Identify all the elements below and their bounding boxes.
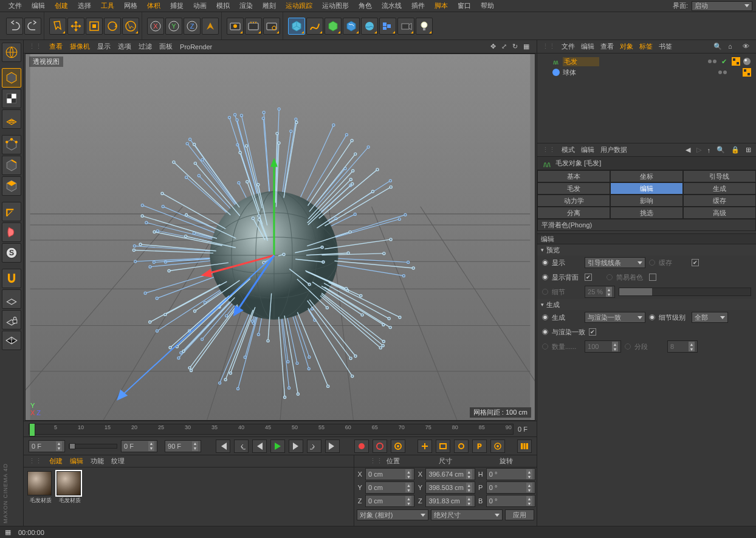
- menu-animate[interactable]: 动画: [188, 1, 211, 10]
- tag-icon[interactable]: [743, 68, 751, 77]
- menu-help[interactable]: 帮助: [476, 1, 499, 10]
- prev-frame-button[interactable]: [252, 440, 267, 453]
- search-icon[interactable]: 🔍: [713, 43, 722, 51]
- detail-slider[interactable]: [619, 288, 751, 296]
- play-button[interactable]: [270, 440, 285, 453]
- locked-workplane-button[interactable]: [2, 310, 21, 329]
- size-X-field[interactable]: 396.674 cm▲▼: [425, 468, 475, 480]
- pos-Y-field[interactable]: 0 cm▲▼: [365, 481, 414, 494]
- range-slider[interactable]: [69, 444, 117, 449]
- gen-dropdown[interactable]: 与渲染一致: [585, 312, 645, 323]
- radio-gen[interactable]: [542, 314, 548, 320]
- attr-tab-4[interactable]: 编辑: [610, 182, 683, 195]
- attr-tab-1[interactable]: 坐标: [610, 170, 683, 182]
- vp-zoom-icon[interactable]: ⤢: [501, 43, 510, 51]
- vp-menu-options[interactable]: 选项: [118, 42, 131, 51]
- select-tool[interactable]: [49, 18, 66, 35]
- menu-render[interactable]: 渲染: [235, 1, 258, 10]
- snap-toggle-button[interactable]: [2, 269, 21, 288]
- timeline-window-button[interactable]: [517, 440, 532, 453]
- frame-start-field[interactable]: 0 F▲▼: [29, 440, 65, 452]
- redo-button[interactable]: [24, 18, 41, 35]
- vp-orbit-icon[interactable]: ↻: [512, 43, 521, 51]
- record-button[interactable]: [354, 440, 369, 453]
- lock-z-button[interactable]: Z: [184, 18, 201, 35]
- subsection-generate[interactable]: 生成: [537, 299, 756, 310]
- menu-select[interactable]: 选择: [73, 1, 96, 10]
- attr-tab-10[interactable]: 挑选: [610, 207, 683, 219]
- vp-menu-view[interactable]: 查看: [49, 42, 63, 51]
- pos-Z-field[interactable]: 0 cm▲▼: [365, 495, 414, 507]
- make-editable-button[interactable]: [2, 43, 21, 62]
- object-tree[interactable]: 毛发 ✔ 球体: [537, 53, 756, 143]
- phong-tag-icon[interactable]: [743, 57, 751, 66]
- axis-mode-button[interactable]: [2, 202, 21, 221]
- obj-tab-view[interactable]: 查看: [600, 42, 614, 51]
- obj-tab-edit[interactable]: 编辑: [581, 42, 594, 51]
- add-cube-button[interactable]: [288, 18, 305, 35]
- tweak-mode-button[interactable]: [2, 222, 21, 242]
- attr-search-icon[interactable]: 🔍: [716, 146, 725, 154]
- polygon-mode-button[interactable]: [2, 176, 21, 196]
- attr-tab-11[interactable]: 高级: [683, 207, 756, 219]
- rotate-tool[interactable]: [104, 18, 121, 35]
- rot-P-field[interactable]: 0 °▲▼: [486, 481, 535, 494]
- coord-mode-dropdown[interactable]: 对象 (相对): [357, 509, 428, 520]
- attr-tab-3[interactable]: 毛发: [537, 182, 610, 195]
- count-field[interactable]: 100▲▼: [585, 340, 621, 353]
- goto-end-button[interactable]: [325, 440, 340, 453]
- object-row-hair[interactable]: 毛发 ✔: [542, 56, 751, 67]
- model-mode-button[interactable]: [2, 68, 21, 88]
- tag-icon[interactable]: [732, 57, 740, 66]
- attr-tab-0[interactable]: 基本: [537, 170, 610, 182]
- menu-script[interactable]: 脚本: [430, 1, 453, 10]
- viewport-solo-button[interactable]: S: [2, 243, 21, 263]
- radio-flat[interactable]: [607, 274, 613, 280]
- radio-backface[interactable]: [542, 274, 548, 280]
- attr-tab-8[interactable]: 缓存: [683, 195, 756, 207]
- render-view-button[interactable]: [227, 18, 244, 35]
- mat-menu-edit[interactable]: 编辑: [70, 457, 83, 466]
- add-spline-button[interactable]: [306, 18, 323, 35]
- keyframe-sel-button[interactable]: [391, 440, 405, 453]
- attr-tab-5[interactable]: 生成: [683, 182, 756, 195]
- mat-menu-function[interactable]: 功能: [91, 457, 104, 466]
- render-pv-button[interactable]: [245, 18, 262, 35]
- add-camera-button[interactable]: [379, 18, 396, 35]
- pos-X-field[interactable]: 0 cm▲▼: [365, 468, 414, 480]
- key-param-button[interactable]: P: [472, 440, 487, 453]
- eye-icon[interactable]: 👁: [743, 43, 751, 51]
- size-Y-field[interactable]: 398.503 cm▲▼: [425, 481, 475, 494]
- menu-tools[interactable]: 工具: [96, 1, 119, 10]
- cache-checkbox[interactable]: ✔: [692, 259, 699, 266]
- obj-tab-file[interactable]: 文件: [562, 42, 575, 51]
- menu-window[interactable]: 窗口: [453, 1, 476, 10]
- add-deformer-button[interactable]: [343, 18, 360, 35]
- layout-dropdown[interactable]: 启动: [692, 1, 752, 11]
- show-dropdown[interactable]: 引导线线条: [585, 257, 645, 268]
- menu-mesh[interactable]: 网格: [119, 1, 142, 10]
- nav-fwd-icon[interactable]: ▷: [696, 146, 701, 154]
- mat-menu-texture[interactable]: 纹理: [111, 457, 125, 466]
- lock-y-button[interactable]: Y: [165, 18, 182, 35]
- frame-current-field[interactable]: 0 F▲▼: [121, 440, 157, 452]
- size-Z-field[interactable]: 391.83 cm▲▼: [425, 495, 475, 507]
- add-light2-button[interactable]: [416, 18, 433, 35]
- radio-match[interactable]: [542, 329, 548, 335]
- vp-nav-icon[interactable]: ✥: [490, 43, 499, 51]
- menu-sculpt[interactable]: 雕刻: [258, 1, 281, 10]
- attr-tab-6[interactable]: 动力学: [537, 195, 610, 207]
- prev-key-button[interactable]: [234, 440, 249, 453]
- menu-icon[interactable]: ⊞: [746, 146, 751, 154]
- attr-tab-9[interactable]: 分离: [537, 207, 610, 219]
- home-icon[interactable]: ⌂: [728, 43, 737, 51]
- radio-cache[interactable]: [649, 260, 655, 266]
- attr-menu-mode[interactable]: 模式: [562, 145, 575, 154]
- key-rot-button[interactable]: [454, 440, 469, 453]
- key-pos-button[interactable]: [418, 440, 432, 453]
- menu-tracking[interactable]: 运动跟踪: [281, 1, 317, 10]
- render-settings-button[interactable]: [263, 18, 280, 35]
- nav-back-icon[interactable]: ◀: [686, 146, 690, 154]
- timeline-playhead[interactable]: [29, 423, 35, 436]
- move-tool[interactable]: [67, 18, 84, 35]
